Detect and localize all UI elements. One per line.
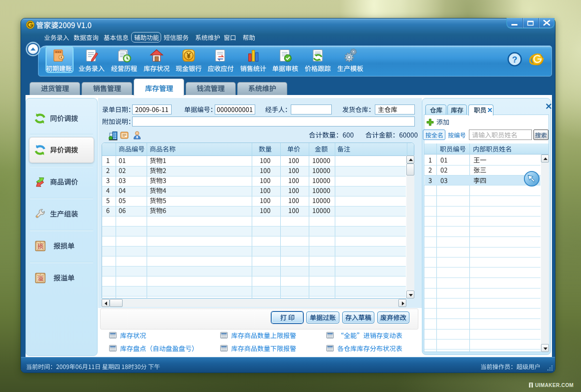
svg-text:?: ? [512, 55, 517, 64]
